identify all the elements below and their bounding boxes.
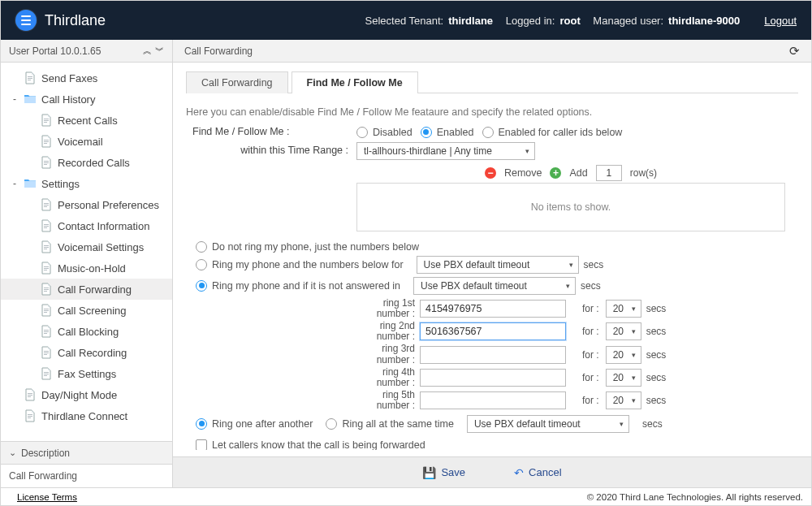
tab[interactable]: Call Forwarding [186,71,288,93]
nav-item-label: Recent Calls [58,115,118,127]
svg-rect-13 [44,205,49,205]
timeout-select[interactable]: Use PBX default timeout▾ [417,256,579,274]
action-bar: 💾 Save ↶ Cancel [173,456,811,487]
ring-duration-select[interactable]: 20▾ [606,322,641,340]
svg-rect-40 [28,395,32,396]
radio-icon [356,127,368,138]
svg-rect-3 [44,119,49,119]
nav-item[interactable]: -Fax Settings [1,363,172,384]
findme-option[interactable]: Enabled for caller ids below [482,127,623,138]
nav-item[interactable]: -Recent Calls [1,110,172,131]
call-option[interactable]: Ring my phone and if it is not answered … [196,280,400,292]
call-option[interactable]: Do not ring my phone, just the numbers b… [196,241,419,253]
svg-rect-42 [28,414,32,415]
ring-number-input[interactable] [420,300,566,318]
ring-duration-value: 20 [613,349,624,361]
radio-icon [421,127,432,138]
chevron-down-icon: ⌄ [9,448,16,457]
ring-number-label: ring 5th number : [356,390,420,411]
findme-label: Find Me / Follow Me : [186,126,356,139]
ring-number-input[interactable] [420,322,566,340]
page-icon [40,325,53,338]
nav-item[interactable]: -Settings [1,173,172,194]
expand-all-icon[interactable]: ︾ [155,46,164,55]
nav-item[interactable]: -Contact Information [1,215,172,236]
license-link[interactable]: License Terms [17,492,77,502]
svg-rect-43 [28,416,32,417]
page-icon [40,346,53,359]
folder-icon [24,93,37,106]
for-label: for : [582,303,599,314]
nav-item-label: Thirdlane Connect [41,410,127,422]
breadcrumb: Call Forwarding [184,45,253,57]
page-icon [40,262,53,275]
form-scroll[interactable]: Here you can enable/disable Find Me / Fo… [186,93,798,450]
add-row-icon[interactable]: + [550,167,561,179]
nav-item[interactable]: -Call Recording [1,342,172,363]
nav-item[interactable]: -Call Screening [1,300,172,321]
findme-option[interactable]: Disabled [356,127,412,138]
secs-label: secs [642,418,663,430]
ring-mode-option[interactable]: Ring all at the same time [326,418,454,430]
timeout-select[interactable]: Use PBX default timeout▾ [413,277,576,295]
nav-item[interactable]: -Call History [1,89,172,110]
remove-row-icon[interactable]: − [485,167,496,179]
ring-mode-timeout-select[interactable]: Use PBX default timeout▾ [467,415,629,433]
call-option[interactable]: Ring my phone and the numbers below for [196,259,404,270]
ring-mode-label: Ring one after another [212,418,313,430]
folder-icon [24,177,37,190]
nav-item[interactable]: -Personal Preferences [1,194,172,215]
forwarding-option-label: Let callers know that the call is being … [212,439,425,451]
chevron-down-icon: ▾ [632,396,636,404]
copyright: © 2020 Third Lane Technologies. All righ… [587,492,803,502]
refresh-icon[interactable]: ⟳ [789,44,800,58]
tab[interactable]: Find Me / Follow Me [292,71,418,93]
page-icon [24,409,37,422]
tree-toggle-icon[interactable]: - [11,179,19,188]
save-button[interactable]: 💾 Save [422,466,465,479]
ring-number-input[interactable] [420,391,566,409]
nav-item[interactable]: -Send Faxes [1,67,172,89]
call-option-label: Ring my phone and if it is not answered … [212,280,400,292]
findme-options: DisabledEnabledEnabled for caller ids be… [356,127,785,138]
add-label: Add [569,167,587,179]
ring-number-label: ring 1st number : [356,298,420,319]
ring-number-row: ring 1st number :for :20▾secs [356,298,785,319]
svg-rect-15 [44,224,49,225]
nav-item[interactable]: -Recorded Calls [1,152,172,173]
ring-duration-select[interactable]: 20▾ [606,346,641,364]
nav-item[interactable]: -Thirdlane Connect [1,405,172,426]
timerange-select[interactable]: tl-allhours-thirdlane | Any time ▾ [356,142,535,160]
description-header[interactable]: ⌄ Description [1,442,172,465]
tree-toggle-icon[interactable]: - [11,94,19,104]
cancel-button[interactable]: ↶ Cancel [514,466,561,479]
radio-icon [196,418,207,430]
ring-duration-select[interactable]: 20▾ [606,369,641,387]
ring-duration-value: 20 [613,395,624,406]
call-option-label: Ring my phone and the numbers below for [212,259,404,270]
ring-mode-option[interactable]: Ring one after another [196,418,313,430]
collapse-all-icon[interactable]: ︽ [143,46,152,55]
svg-rect-28 [44,310,49,311]
nav-item[interactable]: -Call Forwarding [1,279,172,300]
rowcount-input[interactable] [596,165,622,181]
nav-item[interactable]: -Music-on-Hold [1,257,172,279]
ring-number-input[interactable] [420,346,566,364]
page-icon [40,135,53,148]
ring-duration-select[interactable]: 20▾ [606,391,641,409]
nav-item[interactable]: -Voicemail Settings [1,236,172,257]
svg-rect-30 [44,330,49,331]
portal-label: User Portal 10.0.1.65 [9,45,101,57]
nav-item[interactable]: -Call Blocking [1,321,172,342]
call-options: Do not ring my phone, just the numbers b… [186,241,785,295]
logout-link[interactable]: Logout [764,15,797,27]
call-option-row: Do not ring my phone, just the numbers b… [186,241,785,253]
ring-number-input[interactable] [420,369,566,387]
for-label: for : [582,395,599,406]
ring-duration-select[interactable]: 20▾ [606,300,641,318]
nav-item[interactable]: -Day/Night Mode [1,384,172,405]
nav-item[interactable]: -Voicemail [1,131,172,152]
description-value: Call Forwarding [9,470,77,482]
forwarding-option[interactable]: Let callers know that the call is being … [196,439,425,451]
findme-option[interactable]: Enabled [421,127,474,138]
